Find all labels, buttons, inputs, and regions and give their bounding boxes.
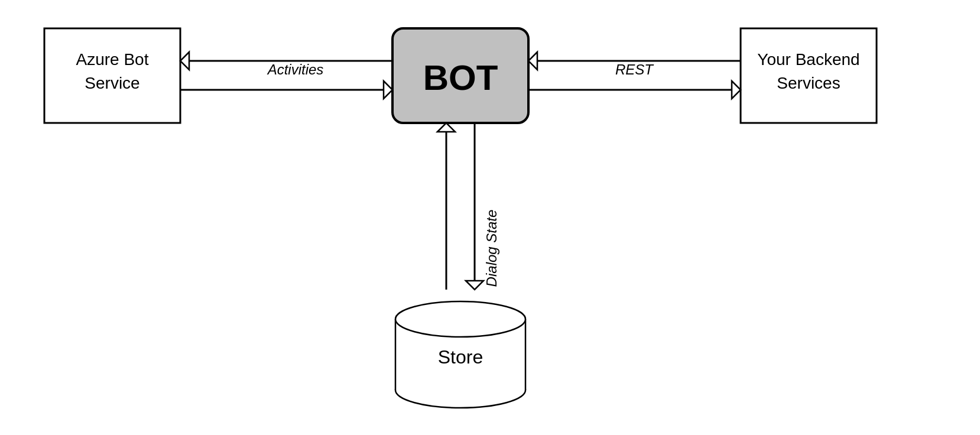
azure-bot-service-label2: Service [85,74,139,92]
store-cylinder-top [395,301,525,337]
rest-label: REST [615,61,654,77]
rest-left-arrowhead [528,52,537,70]
activities-label: Activities [267,61,324,77]
dialog-state-down-arrowhead [466,281,483,290]
store-label: Store [438,346,483,368]
bot-label: BOT [423,58,498,98]
azure-bot-service-label: Azure Bot [76,50,149,69]
activities-left-arrowhead [180,52,189,70]
rest-right-arrowhead [732,81,741,99]
backend-services-label2: Services [777,74,840,92]
backend-services-label1: Your Backend [757,50,859,69]
diagram-container: Azure Bot Service BOT Your Backend Servi… [0,0,980,435]
activities-right-arrowhead [384,81,392,99]
dialog-state-up-arrowhead [437,123,455,132]
dialog-state-label: Dialog State [483,210,499,287]
